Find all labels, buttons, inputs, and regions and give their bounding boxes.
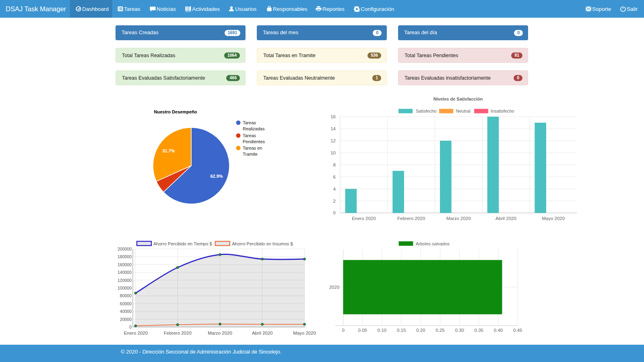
svg-text:Tareas: Tareas [243,120,256,125]
svg-text:Arboles salvados: Arboles salvados [416,241,450,246]
svg-text:16: 16 [330,114,336,119]
svg-text:Tareas: Tareas [243,133,256,138]
svg-text:10: 10 [330,150,336,155]
svg-text:Marzo 2020: Marzo 2020 [446,216,471,221]
svg-text:0.20: 0.20 [416,328,425,333]
svg-text:0.05: 0.05 [358,328,367,333]
svg-text:120000: 120000 [118,278,132,283]
svg-text:80000: 80000 [120,293,132,298]
svg-text:180000: 180000 [118,254,132,259]
svg-text:40000: 40000 [120,309,132,314]
svg-text:Enero 2020: Enero 2020 [124,331,148,335]
svg-text:Mayo 2020: Mayo 2020 [542,216,565,221]
svg-text:0.30: 0.30 [455,328,464,333]
svg-text:Febrero 2020: Febrero 2020 [397,216,425,221]
svg-text:Tramite: Tramite [243,152,258,156]
svg-text:0.10: 0.10 [378,328,386,333]
svg-text:0.25: 0.25 [436,328,444,333]
svg-text:8: 8 [333,162,336,167]
svg-text:Pendientes: Pendientes [243,139,265,144]
svg-text:100000: 100000 [118,286,132,290]
svg-text:Ahorro Percibido en Insumos $: Ahorro Percibido en Insumos $ [232,241,293,246]
svg-text:Febrero 2020: Febrero 2020 [164,331,192,335]
svg-text:Nuestro Desempeño: Nuestro Desempeño [154,109,197,114]
svg-text:200000: 200000 [118,247,132,251]
svg-text:0.35: 0.35 [475,328,483,333]
svg-text:Satisfecho: Satisfecho [416,109,436,113]
svg-text:Tareas en: Tareas en [243,146,262,150]
svg-text:62.9%: 62.9% [210,174,223,179]
svg-text:2020: 2020 [329,285,340,290]
svg-text:0.40: 0.40 [494,328,503,333]
svg-text:Abril 2020: Abril 2020 [495,216,516,221]
svg-text:2: 2 [333,199,336,204]
svg-text:Neutral: Neutral [456,109,470,113]
svg-text:140000: 140000 [118,270,132,275]
svg-text:31.7%: 31.7% [162,148,175,153]
svg-text:Enero 2020: Enero 2020 [352,216,376,221]
svg-text:Niveles de Satisfacción: Niveles de Satisfacción [433,97,483,101]
svg-text:0: 0 [333,210,336,215]
svg-text:160000: 160000 [118,262,132,267]
svg-text:0.45: 0.45 [513,328,522,333]
svg-text:12: 12 [330,138,336,143]
svg-text:Abril 2020: Abril 2020 [252,331,273,335]
svg-text:60000: 60000 [120,301,132,306]
svg-text:Insatisfecho: Insatisfecho [491,109,514,113]
svg-text:4: 4 [333,187,336,191]
svg-text:0: 0 [342,328,344,333]
svg-text:0: 0 [129,325,132,329]
svg-text:Realizadas: Realizadas [243,126,265,131]
svg-text:Marzo 2020: Marzo 2020 [208,331,232,335]
svg-text:14: 14 [330,126,336,131]
svg-text:20000: 20000 [120,317,132,322]
svg-text:6: 6 [333,175,336,179]
svg-text:Mayo 2020: Mayo 2020 [293,331,316,335]
svg-text:0.15: 0.15 [397,328,406,333]
svg-text:Ahorro Percibido en Tiempo $: Ahorro Percibido en Tiempo $ [153,241,212,246]
